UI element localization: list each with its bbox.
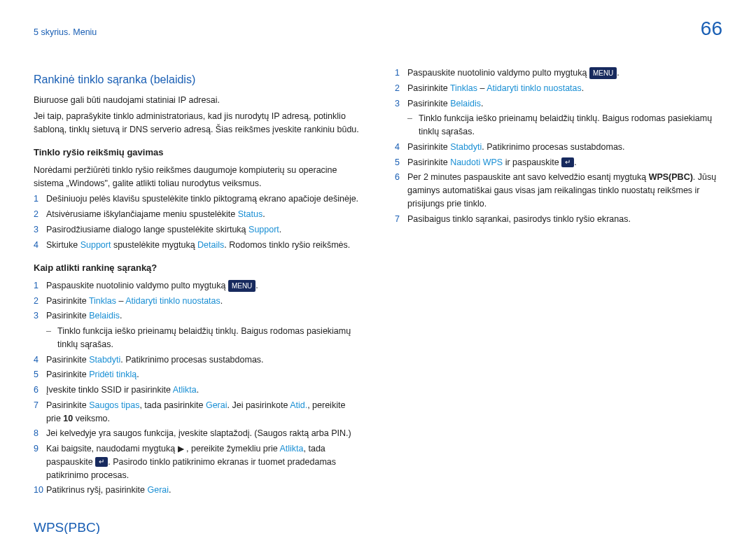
list-body: Patikrinus ryšį, pasirinkite Gerai. <box>46 484 361 497</box>
dash-mark: – <box>407 112 419 139</box>
list-number: 1 <box>395 66 407 80</box>
section-wps: WPS(PBC) <box>34 518 361 534</box>
list-number: 2 <box>34 208 46 221</box>
list-item: 6Įveskite tinklo SSID ir pasirinkite Atl… <box>34 384 361 397</box>
list-number: 9 <box>34 442 46 482</box>
list-item: 4Skirtuke Support spustelėkite mygtuką D… <box>34 239 361 252</box>
chapter-label: 5 skyrius. Meniu <box>34 26 97 39</box>
list-number: 3 <box>34 309 46 323</box>
list-item: 9Kai baigsite, naudodami mygtuką ▶ , per… <box>34 442 361 482</box>
list-item: 2Pasirinkite Tinklas – Atidaryti tinklo … <box>34 295 361 308</box>
right-column: 1Paspauskite nuotolinio valdymo pulto my… <box>395 64 722 534</box>
para: Norėdami peržiūrėti tinklo ryšio reikšme… <box>34 164 361 190</box>
list-item: 7Pasibaigus tinklo sąrankai, pasirodys t… <box>395 213 722 226</box>
list-item: 6Per 2 minutes paspauskite ant savo kelv… <box>395 171 722 210</box>
dash-item: –Tinklo funkcija ieško prieinamų belaidž… <box>407 112 722 139</box>
dash-body: Tinklo funkcija ieško prieinamų belaidži… <box>57 325 361 351</box>
page-header: 5 skyrius. Meniu 66 <box>34 14 722 43</box>
list-item: 3Pasirinkite Belaidis. <box>395 97 722 111</box>
list-item: 4Pasirinkite Stabdyti. Patikrinimo proce… <box>34 353 361 367</box>
list-item: 2Atsivėrusiame iškylančiajame meniu spus… <box>34 208 361 221</box>
list-item: 8Jei kelvedyje yra saugos funkcija, įves… <box>34 427 361 440</box>
list-body: Paspauskite nuotolinio valdymo pulto myg… <box>407 66 722 80</box>
list-body: Pasirinkite Belaidis. <box>407 97 722 111</box>
list-number: 2 <box>34 295 46 308</box>
list-body: Per 2 minutes paspauskite ant savo kelve… <box>407 171 722 210</box>
left-column: Rankinė tinklo sąranka (belaidis) Biuruo… <box>34 64 361 534</box>
list-item: 1Dešiniuoju pelės klavišu spustelėkite t… <box>34 192 361 206</box>
para: Jei taip, paprašykite tinklo administrat… <box>34 110 361 136</box>
list-body: Pasirinkite Tinklas – Atidaryti tinklo n… <box>46 295 361 308</box>
list-body: Pasirinkite Stabdyti. Patikrinimo proces… <box>46 353 361 367</box>
list-body: Pasirinkite Belaidis. <box>46 309 361 323</box>
list-number: 6 <box>395 171 407 210</box>
list-item: 10Patikrinus ryšį, pasirinkite Gerai. <box>34 484 361 497</box>
list-number: 6 <box>34 384 46 397</box>
section-manual-wireless: Rankinė tinklo sąranka (belaidis) <box>34 71 361 88</box>
list-body: Pasirinkite Stabdyti. Patikrinimo proces… <box>407 141 722 154</box>
list-number: 3 <box>34 223 46 237</box>
list-item: 4Pasirinkite Stabdyti. Patikrinimo proce… <box>395 141 722 154</box>
list-body: Pasirinkite Naudoti WPS ir paspauskite ↵… <box>407 156 722 169</box>
enter-badge: ↵ <box>95 457 108 467</box>
list-body: Pasibaigus tinklo sąrankai, pasirodys ti… <box>407 213 722 226</box>
list-body: Pasirinkite Pridėti tinklą. <box>46 368 361 381</box>
list-number: 2 <box>395 82 407 95</box>
list-number: 4 <box>34 353 46 367</box>
list-body: Jei kelvedyje yra saugos funkcija, įvesk… <box>46 427 361 440</box>
menu-badge: MENU <box>589 67 617 79</box>
list-body: Pasirodžiusiame dialogo lange spustelėki… <box>46 223 361 237</box>
dash-body: Tinklo funkcija ieško prieinamų belaidži… <box>419 112 722 139</box>
list-body: Kai baigsite, naudodami mygtuką ▶ , pere… <box>46 442 361 482</box>
menu-badge: MENU <box>228 280 255 292</box>
list-number: 10 <box>34 484 46 497</box>
content-columns: Rankinė tinklo sąranka (belaidis) Biuruo… <box>34 64 722 534</box>
list-number: 5 <box>395 156 407 169</box>
list-item: 3Pasirinkite Belaidis. <box>34 309 361 323</box>
list-number: 1 <box>34 279 46 293</box>
enter-badge: ↵ <box>561 157 574 167</box>
play-icon: ▶ <box>178 444 184 454</box>
list-number: 4 <box>395 141 407 154</box>
list-number: 7 <box>395 213 407 226</box>
list-item: 5Pasirinkite Naudoti WPS ir paspauskite … <box>395 156 722 169</box>
list-item: 1Paspauskite nuotolinio valdymo pulto my… <box>395 66 722 80</box>
list-item: 7Pasirinkite Saugos tipas, tada pasirink… <box>34 399 361 426</box>
sub-network-values: Tinklo ryšio reikšmių gavimas <box>34 146 361 160</box>
list-number: 1 <box>34 192 46 206</box>
list-body: Dešiniuoju pelės klavišu spustelėkite ti… <box>46 192 361 206</box>
list-body: Skirtuke Support spustelėkite mygtuką De… <box>46 239 361 252</box>
list-body: Paspauskite nuotolinio valdymo pulto myg… <box>46 279 361 293</box>
list-body: Įveskite tinklo SSID ir pasirinkite Atli… <box>46 384 361 397</box>
list-body: Pasirinkite Saugos tipas, tada pasirinki… <box>46 399 361 426</box>
dash-item: –Tinklo funkcija ieško prieinamų belaidž… <box>46 325 361 351</box>
list-body: Pasirinkite Tinklas – Atidaryti tinklo n… <box>407 82 722 95</box>
dash-mark: – <box>46 325 57 351</box>
list-item: 2Pasirinkite Tinklas – Atidaryti tinklo … <box>395 82 722 95</box>
list-number: 3 <box>395 97 407 111</box>
list-item: 1Paspauskite nuotolinio valdymo pulto my… <box>34 279 361 293</box>
list-number: 4 <box>34 239 46 252</box>
list-number: 5 <box>34 368 46 381</box>
list-item: 5Pasirinkite Pridėti tinklą. <box>34 368 361 381</box>
list-number: 7 <box>34 399 46 426</box>
page-number: 66 <box>701 14 722 43</box>
para: Biuruose gali būti naudojami statiniai I… <box>34 94 361 107</box>
list-item: 3Pasirodžiusiame dialogo lange spustelėk… <box>34 223 361 237</box>
list-body: Atsivėrusiame iškylančiajame meniu spust… <box>46 208 361 221</box>
sub-how-manual: Kaip atlikti rankinę sąranką? <box>34 261 361 275</box>
list-number: 8 <box>34 427 46 440</box>
